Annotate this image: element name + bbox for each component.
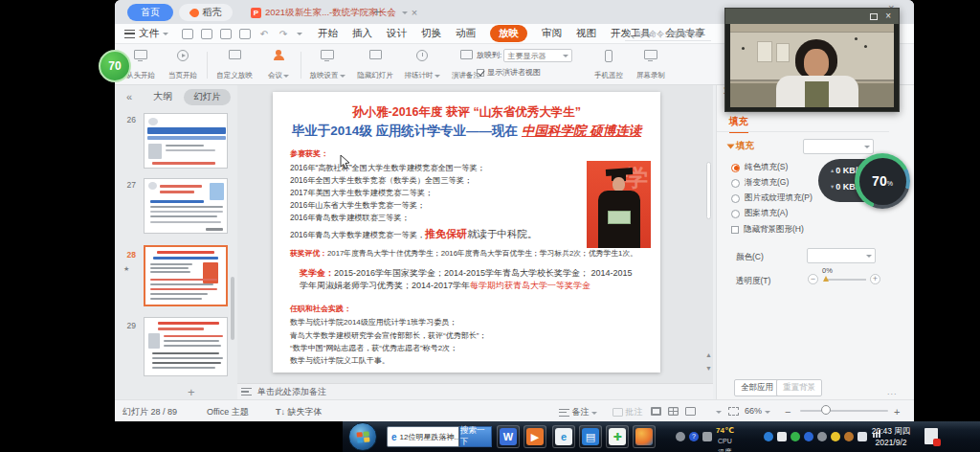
pattern-fill-radio[interactable]: 图案填充(A) xyxy=(731,208,788,219)
menu-insert[interactable]: 插入 xyxy=(352,27,372,40)
notes-toggle-button[interactable]: 备注 xyxy=(555,406,597,418)
menu-transition[interactable]: 切换 xyxy=(421,27,441,40)
transparency-plus-button[interactable]: + xyxy=(870,274,880,284)
sidebar-scrollbar[interactable] xyxy=(231,277,234,340)
presenter-view-checkbox[interactable]: 显示演讲者视图 xyxy=(477,67,572,78)
close-document-tab-icon[interactable]: × xyxy=(412,8,417,18)
export-pdf-icon[interactable] xyxy=(201,29,212,39)
print-preview-icon[interactable] xyxy=(239,29,251,39)
taskbar-app-antivirus[interactable]: ✚ xyxy=(606,425,629,448)
color-select[interactable] xyxy=(807,248,876,263)
slide-canvas[interactable]: 孙小雅-2016年度 获评 “山东省优秀大学生” 毕业于2014级 应用统计学专… xyxy=(273,92,660,373)
taskbar-app-presentation[interactable]: ▶ xyxy=(523,425,546,448)
quick-access-caret-icon[interactable] xyxy=(297,33,302,35)
add-slide-button[interactable]: + xyxy=(188,385,195,399)
from-current-button[interactable]: 当页开始 xyxy=(163,48,203,82)
menu-start[interactable]: 开始 xyxy=(318,27,338,40)
tray-shield-icon[interactable] xyxy=(831,432,840,441)
tab-menu-caret-icon[interactable] xyxy=(402,11,408,14)
picture-fill-radio[interactable]: 图片或纹理填充(P) xyxy=(731,192,813,204)
panel-more-button[interactable]: ... xyxy=(887,387,898,396)
view-options-caret-icon[interactable] xyxy=(716,406,722,416)
redo-icon[interactable]: ↷ xyxy=(278,29,289,39)
taskbar-clock[interactable]: 20:43 周四 2021/9/2 xyxy=(866,425,916,448)
taskbar-app-browser[interactable] xyxy=(633,425,656,448)
menu-view[interactable]: 视图 xyxy=(576,27,596,40)
show-settings-button[interactable]: 放映设置 xyxy=(304,48,350,82)
theme-name[interactable]: Office 主题 xyxy=(207,406,249,418)
zoom-slider-knob[interactable] xyxy=(821,405,831,415)
file-menu[interactable]: 文件 xyxy=(124,27,168,40)
zoom-percent[interactable]: 66% xyxy=(745,406,770,416)
normal-view-button[interactable] xyxy=(651,406,661,416)
taskbar-search-box[interactable]: e 12位明星跌落神... xyxy=(387,426,459,447)
zoom-in-button[interactable]: + xyxy=(894,406,900,418)
graduate-photo[interactable]: 学 xyxy=(587,161,651,248)
collapse-sidebar-icon[interactable]: « xyxy=(126,91,132,102)
taskbar-search-button[interactable]: 搜索一下 xyxy=(459,426,492,447)
notes-bar[interactable]: 单击此处添加备注 xyxy=(237,383,713,399)
cpu-temperature-widget[interactable]: 74℃ CPU温度 xyxy=(716,425,734,452)
fill-style-select[interactable] xyxy=(803,139,874,154)
print-icon[interactable] xyxy=(220,29,232,39)
hide-slide-button[interactable]: 隐藏幻灯片 xyxy=(352,48,398,82)
tab-docer[interactable]: 稻壳 xyxy=(179,4,233,21)
slides-tab-active[interactable]: 幻灯片 xyxy=(184,89,231,105)
save-icon[interactable] xyxy=(182,29,193,39)
phone-remote-button[interactable]: 手机遥控 xyxy=(590,48,628,82)
close-icon[interactable]: × xyxy=(885,11,891,21)
slide-thumbnail-29[interactable] xyxy=(144,317,228,376)
taskbar-app-wps[interactable]: W xyxy=(497,425,520,448)
tray-blue-icon[interactable] xyxy=(764,432,773,441)
transparency-minus-button[interactable]: − xyxy=(808,274,818,284)
fill-section-header[interactable]: 填充 xyxy=(728,140,754,152)
start-button[interactable] xyxy=(348,422,377,451)
menu-animation[interactable]: 动画 xyxy=(456,27,476,40)
apply-all-button[interactable]: 全部应用 xyxy=(734,379,780,396)
transparency-slider-marker[interactable] xyxy=(823,276,829,282)
zoom-out-button[interactable]: − xyxy=(785,406,791,418)
menu-slideshow-active[interactable]: 放映 xyxy=(490,25,527,42)
tab-document[interactable]: P 2021级新生家...-数统学院家长会 × xyxy=(251,3,417,22)
custom-show-button[interactable]: 自定义放映 xyxy=(211,48,258,82)
gradient-fill-radio[interactable]: 渐变填充(G) xyxy=(731,177,789,189)
slide-area-scrollbar[interactable] xyxy=(706,162,711,219)
slide-thumbnail-28-selected[interactable] xyxy=(144,245,228,306)
meeting-button[interactable]: 会议 xyxy=(260,48,297,82)
undo-icon[interactable]: ↶ xyxy=(258,29,270,39)
menu-review[interactable]: 审阅 xyxy=(542,27,562,40)
slide-thumbnail-27[interactable] xyxy=(144,178,228,234)
video-window-titlebar[interactable]: × xyxy=(725,9,899,24)
menu-design[interactable]: 设计 xyxy=(387,27,407,40)
tray-misc-icon[interactable] xyxy=(702,432,712,441)
tray-hidden-icons[interactable] xyxy=(676,432,685,441)
tray-orange-icon[interactable] xyxy=(844,432,854,441)
new-tab-button[interactable]: + xyxy=(373,5,381,19)
tab-home[interactable]: 首页 xyxy=(127,4,173,21)
hide-background-checkbox[interactable]: 隐藏背景图形(H) xyxy=(731,224,804,236)
video-call-window[interactable]: × xyxy=(724,8,900,112)
taskbar-app-ie[interactable]: e xyxy=(552,425,575,448)
tray-bluetooth-icon[interactable] xyxy=(804,432,813,441)
previous-slide-button[interactable]: ▲ xyxy=(705,351,712,358)
solid-fill-radio[interactable]: 纯色填充(S) xyxy=(731,162,788,173)
taskbar-app-media[interactable]: ▤ xyxy=(579,425,602,448)
tray-flag-icon[interactable] xyxy=(777,432,787,441)
fit-slide-button[interactable] xyxy=(728,406,739,416)
rehearse-timing-button[interactable]: 排练计时 xyxy=(400,48,444,82)
slide-thumbnail-26[interactable] xyxy=(144,113,228,169)
reading-view-button[interactable] xyxy=(685,406,696,416)
maximize-icon[interactable] xyxy=(870,13,878,20)
next-slide-button[interactable]: ▼ xyxy=(705,365,712,372)
green-percent-badge[interactable]: 70 xyxy=(99,50,131,82)
performance-ring-widget[interactable]: 70 % xyxy=(855,153,910,209)
command-search-input[interactable]: 查找命令、搜索模板 xyxy=(625,27,711,41)
display-select[interactable]: 主要显示器 xyxy=(503,49,572,62)
notification-icon-with-badge[interactable] xyxy=(924,428,938,444)
tray-green-icon[interactable] xyxy=(791,432,800,441)
screen-record-button[interactable]: 屏幕录制 xyxy=(632,48,670,82)
tray-network-icon[interactable] xyxy=(817,432,827,441)
tray-help-icon[interactable]: ? xyxy=(689,432,699,441)
transparency-slider-track[interactable] xyxy=(824,279,866,281)
outline-tab[interactable]: 大纲 xyxy=(153,90,172,103)
